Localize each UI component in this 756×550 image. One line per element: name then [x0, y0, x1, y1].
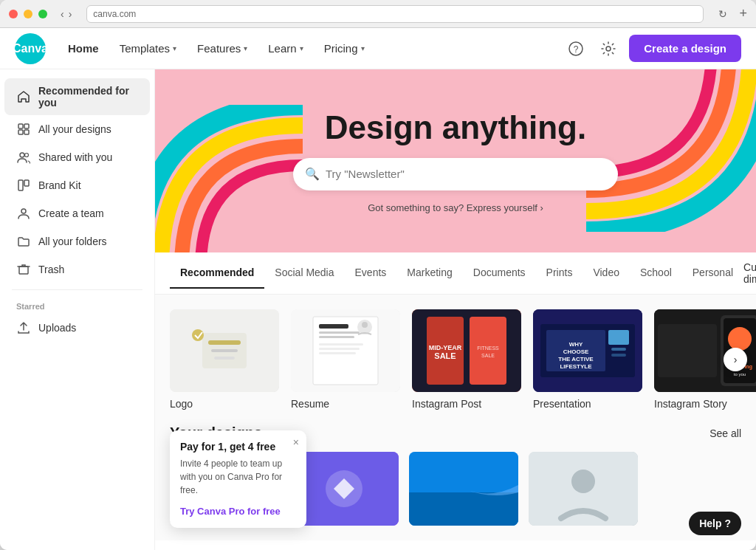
sidebar-item-recommended[interactable]: Recommended for you	[4, 78, 150, 115]
upload-icon	[16, 320, 31, 335]
template-label-logo: Logo	[170, 398, 279, 410]
tab-video[interactable]: Video	[583, 258, 630, 289]
hero-cta-link[interactable]: Got something to say? Express yourself ›	[368, 202, 543, 213]
svg-point-63	[571, 470, 595, 493]
svg-rect-5	[18, 130, 23, 134]
search-bar[interactable]: 🔍	[293, 158, 618, 190]
design-card-4[interactable]	[529, 452, 638, 526]
help-icon-button[interactable]: ?	[564, 37, 588, 61]
svg-rect-15	[208, 340, 241, 345]
svg-rect-26	[319, 352, 356, 354]
learn-chevron-icon: ▾	[300, 44, 303, 52]
sidebar-item-brand[interactable]: Brand Kit	[4, 171, 150, 199]
template-thumb-logo	[170, 309, 279, 392]
nav-features[interactable]: Features ▾	[187, 28, 258, 69]
rainbow-left-decoration	[155, 105, 303, 252]
question-mark-icon: ?	[568, 41, 583, 56]
settings-icon-button[interactable]	[597, 37, 620, 61]
custom-dimensions-tab[interactable]: Custom dimensions	[743, 252, 756, 294]
tab-recommended[interactable]: Recommended	[170, 258, 264, 289]
sidebar-label-uploads: Uploads	[38, 322, 76, 334]
design-card-3[interactable]	[409, 452, 518, 526]
svg-text:FITNESS: FITNESS	[477, 346, 499, 351]
svg-text:THE ACTIVE: THE ACTIVE	[558, 356, 594, 362]
svg-rect-6	[24, 130, 29, 134]
search-input[interactable]	[326, 168, 606, 180]
rainbow-right-decoration	[586, 69, 756, 232]
nav-learn[interactable]: Learn ▾	[258, 28, 313, 69]
maximize-window-button[interactable]	[38, 10, 47, 18]
template-label-presentation: Presentation	[533, 398, 642, 410]
tab-personal[interactable]: Personal	[682, 258, 743, 289]
new-tab-button[interactable]: +	[739, 6, 747, 21]
nav-pricing[interactable]: Pricing ▾	[314, 28, 375, 69]
create-design-button[interactable]: Create a design	[629, 35, 741, 62]
svg-rect-9	[18, 180, 23, 190]
sidebar-label-recommended: Recommended for you	[38, 85, 138, 109]
sidebar-item-uploads[interactable]: Uploads	[4, 314, 150, 342]
svg-rect-4	[24, 124, 29, 128]
titlebar: ‹ › canva.com ↻ +	[0, 0, 756, 28]
svg-rect-23	[319, 336, 354, 338]
templates-next-button[interactable]: ›	[724, 348, 747, 371]
tab-school[interactable]: School	[630, 258, 682, 289]
nav-templates[interactable]: Templates ▾	[109, 28, 187, 69]
tab-documents[interactable]: Documents	[463, 258, 536, 289]
tab-social-media[interactable]: Social Media	[264, 258, 344, 289]
url-bar[interactable]: canva.com	[86, 5, 704, 23]
template-thumb-resume	[291, 309, 400, 392]
sidebar-item-folders[interactable]: All your folders	[4, 227, 150, 255]
svg-rect-10	[24, 180, 29, 186]
trash-icon	[16, 262, 31, 277]
close-window-button[interactable]	[9, 10, 18, 18]
back-button[interactable]: ‹	[61, 8, 64, 20]
template-card-resume[interactable]: Resume	[291, 309, 400, 410]
sidebar-label-shared: Shared with you	[38, 151, 112, 163]
promo-body: Invite 4 people to team up with you on C…	[180, 457, 296, 497]
svg-point-11	[21, 209, 26, 213]
svg-rect-52	[658, 324, 717, 377]
promo-close-button[interactable]: ×	[293, 436, 299, 448]
svg-text:MID-YEAR: MID-YEAR	[429, 344, 462, 351]
nav-home[interactable]: Home	[58, 28, 109, 69]
starred-label: Starred	[0, 299, 154, 314]
sidebar-divider	[12, 289, 142, 290]
svg-text:LIFESTYLE: LIFESTYLE	[560, 363, 592, 370]
tab-events[interactable]: Events	[345, 258, 397, 289]
svg-rect-25	[319, 348, 360, 350]
home-icon	[16, 89, 31, 104]
brand-icon	[16, 178, 31, 193]
canva-logo[interactable]: Canva	[15, 33, 46, 64]
svg-rect-43	[608, 330, 629, 345]
svg-point-49	[728, 327, 752, 351]
tab-prints[interactable]: Prints	[536, 258, 583, 289]
template-thumb-presentation: WHY CHOOSE THE ACTIVE LIFESTYLE	[533, 309, 642, 392]
refresh-button[interactable]: ↻	[718, 8, 727, 20]
svg-rect-45	[611, 354, 626, 357]
svg-rect-61	[409, 492, 518, 526]
template-card-presentation[interactable]: WHY CHOOSE THE ACTIVE LIFESTYLE	[533, 309, 642, 410]
forward-button[interactable]: ›	[69, 8, 72, 20]
svg-point-2	[606, 47, 611, 51]
template-label-instagram: Instagram Post	[412, 398, 521, 410]
tab-marketing[interactable]: Marketing	[396, 258, 462, 289]
svg-rect-22	[319, 331, 360, 334]
templates-section: Logo	[155, 295, 756, 424]
minimize-window-button[interactable]	[24, 10, 32, 18]
see-all-link[interactable]: See all	[709, 427, 741, 439]
sidebar-item-create-team[interactable]: Create a team	[4, 199, 150, 227]
template-card-logo[interactable]: Logo	[170, 309, 279, 410]
hero-banner: Design anything. 🔍 Got something to say?…	[155, 69, 756, 252]
template-card-instagram[interactable]: MID-YEAR SALE FITNESS SALE Instagram Pos…	[412, 309, 521, 410]
search-icon: 🔍	[305, 167, 320, 181]
sidebar-item-trash[interactable]: Trash	[4, 255, 150, 283]
sidebar-label-create-team: Create a team	[38, 207, 104, 219]
promo-cta-link[interactable]: Try Canva Pro for free	[180, 506, 281, 517]
sidebar-item-all-designs[interactable]: All your designs	[4, 115, 150, 143]
sidebar-item-shared[interactable]: Shared with you	[4, 143, 150, 171]
help-button[interactable]: Help ?	[689, 512, 741, 535]
sidebar-label-trash: Trash	[38, 264, 64, 275]
svg-point-28	[362, 322, 368, 328]
svg-text:SALE: SALE	[434, 351, 456, 360]
navbar: Canva Home Templates ▾ Features ▾ Learn …	[0, 28, 756, 69]
